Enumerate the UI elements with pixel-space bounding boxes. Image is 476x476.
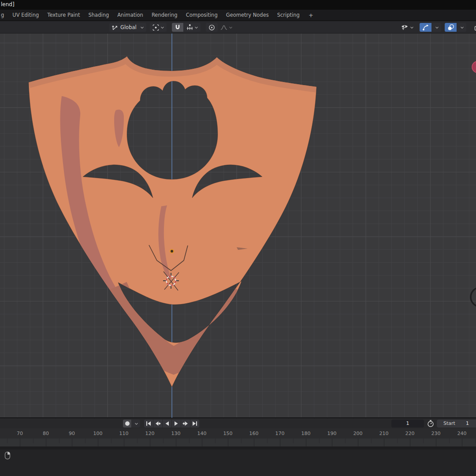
chevron-down-icon [194,26,198,29]
workspace-tab-texture-paint[interactable]: Texture Paint [47,12,80,18]
object-visibility-icon [400,24,409,31]
3d-viewport[interactable] [0,33,476,418]
ruler-tick [202,439,202,446]
ruler-frame-label: 150 [223,431,233,436]
previous-keyframe-button[interactable] [153,420,162,428]
object-visibility-dropdown[interactable] [398,23,416,32]
ruler-tick [384,439,384,446]
ruler-subtick [423,439,424,443]
workspace-tab-rendering[interactable]: Rendering [152,12,178,18]
toggle-xray-button[interactable] [472,23,476,32]
transform-orientation-icon [112,24,119,31]
timeline-scrollbar[interactable] [0,446,476,450]
play-button[interactable] [172,420,181,428]
ruler-subtick [475,439,476,443]
window-title: lend] [1,1,15,7]
ruler-subtick [85,439,86,443]
chevron-down-icon [140,26,144,29]
next-keyframe-button[interactable] [181,420,190,428]
ruler-tick [306,439,306,446]
ruler-frame-label: 220 [405,431,415,436]
proportional-editing-button[interactable] [206,23,218,32]
overlays-toggle-button[interactable] [445,23,457,32]
ruler-subtick [319,439,320,443]
ruler-subtick [241,439,242,443]
ruler-subtick [449,439,450,443]
ruler-frame-label: 80 [43,431,49,436]
workspace-tab-animation[interactable]: Animation [117,12,143,18]
frame-start-field[interactable]: Start 1 [437,420,476,428]
workspace-tab-shading[interactable]: Shading [89,12,109,18]
use-preview-range-button[interactable] [426,420,435,428]
ruler-tick [176,439,176,446]
object-origin[interactable] [170,249,174,253]
workspace-tab-list: UV EditingTexture PaintShadingAnimationR… [12,12,300,18]
ruler-subtick [267,439,268,443]
ruler-frame-label: 160 [249,431,259,436]
ruler-frame-label: 90 [69,431,75,436]
ruler-tick [410,439,410,446]
ruler-subtick [33,439,33,443]
gizmos-icon [422,24,429,31]
proportional-editing-icon [208,24,216,31]
proportional-falloff-dropdown[interactable] [218,23,235,32]
keying-set-dropdown[interactable] [132,420,140,428]
overlays-icon [447,24,454,31]
gizmos-dropdown[interactable] [432,23,441,32]
status-bar [0,450,476,476]
ruler-tick [72,439,72,446]
chevron-down-icon [134,422,138,425]
playback-controls [144,420,199,428]
add-workspace-button[interactable]: + [308,12,313,19]
ruler-subtick [397,439,398,443]
timeline-track[interactable] [0,439,476,446]
edge-ring-object [471,287,476,307]
ruler-subtick [293,439,294,443]
pivot-point-icon [152,24,160,31]
ruler-tick [124,439,124,446]
ruler-tick [150,439,150,446]
nav-gizmo-axis-ball[interactable] [472,61,476,73]
play-reverse-button[interactable] [163,420,171,428]
ruler-frame-label: 110 [119,431,129,436]
ruler-frame-label: 240 [457,431,467,436]
chevron-down-icon [160,26,164,29]
snap-target-icon [186,24,193,31]
timeline-ruler[interactable]: 7080901001101201301401501601701801902002… [0,428,476,439]
jump-to-start-button[interactable] [144,420,153,428]
ruler-tick [436,439,436,446]
timeline-header: 1 Start 1 [0,418,476,428]
workspace-tab-scripting[interactable]: Scripting [277,12,300,18]
ruler-tick [98,439,98,446]
ruler-frame-label: 130 [171,431,181,436]
workspace-tab-uv-editing[interactable]: UV Editing [12,12,39,18]
ruler-subtick [137,439,138,443]
auto-keying-button[interactable] [123,420,131,428]
workspace-tab-geometry-nodes[interactable]: Geometry Nodes [226,12,269,18]
record-dot-icon [124,420,130,427]
jump-to-end-button[interactable] [190,420,199,428]
workspace-tab-compositing[interactable]: Compositing [186,12,218,18]
ruler-frame-label: 210 [379,431,389,436]
ruler-frame-label: 100 [93,431,103,436]
mouse-hint-icon [4,451,11,460]
chevron-down-icon [229,26,233,29]
ruler-frame-label: 190 [327,431,337,436]
snap-target-dropdown[interactable] [184,23,201,32]
frame-start-label: Start [443,420,455,426]
gizmos-toggle-button[interactable] [420,23,431,32]
ruler-tick [254,439,254,446]
workspace-tab-truncated[interactable]: g [1,12,4,18]
pivot-point-dropdown[interactable] [150,23,167,32]
proportional-falloff-icon [220,24,228,31]
ruler-frame-label: 70 [17,431,23,436]
current-frame-field[interactable]: 1 [391,420,424,428]
frame-start-value: 1 [466,420,469,426]
ruler-tick [332,439,332,446]
ruler-subtick [111,439,112,443]
overlays-dropdown[interactable] [457,23,466,32]
chevron-down-icon [435,26,439,29]
transform-orientation-dropdown[interactable]: Global [109,23,146,32]
workspace-tab-bar: g UV EditingTexture PaintShadingAnimatio… [0,10,476,21]
snap-toggle-button[interactable] [172,23,183,32]
